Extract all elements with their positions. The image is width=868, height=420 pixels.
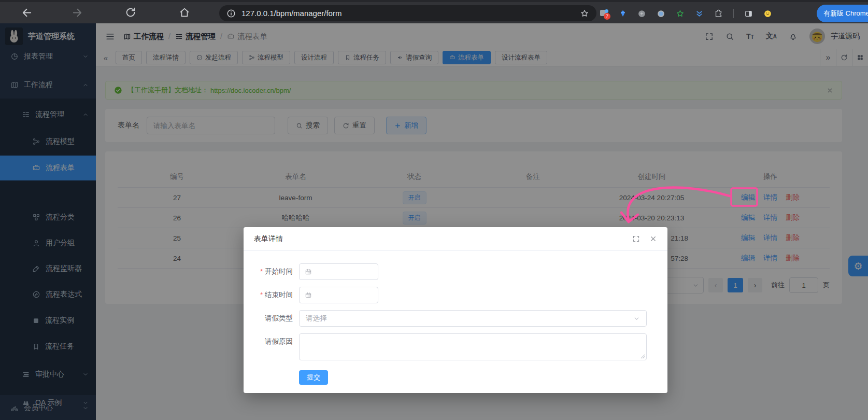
url-text: 127.0.0.1/bpm/manager/form xyxy=(241,9,341,18)
toolbar-separator xyxy=(733,9,734,18)
chevron-down-icon xyxy=(633,315,640,322)
calendar-icon xyxy=(305,291,312,299)
dialog-fullscreen-icon[interactable] xyxy=(632,235,640,243)
leave-type-select[interactable]: 请选择 xyxy=(299,310,647,327)
site-info-icon[interactable] xyxy=(226,9,236,18)
submit-button[interactable]: 提交 xyxy=(299,370,328,385)
start-time-label: 开始时间 xyxy=(244,263,293,280)
browser-toolbar: 127.0.0.1/bpm/manager/form 7 xyxy=(0,0,868,23)
leave-reason-textarea[interactable] xyxy=(299,333,647,360)
bookmark-star-icon[interactable] xyxy=(580,9,589,18)
form-detail-dialog: 表单详情 开始时间 结束时间 xyxy=(244,227,667,393)
extension-star-icon[interactable] xyxy=(676,9,685,18)
screen: 127.0.0.1/bpm/manager/form 7 xyxy=(0,0,868,420)
chrome-update-button[interactable]: 有新版 Chrome 可用 ⋮ xyxy=(817,5,868,22)
address-bar[interactable]: 127.0.0.1/bpm/manager/form xyxy=(219,5,596,21)
profile-emoji-icon[interactable] xyxy=(763,9,772,18)
dialog-body: 开始时间 结束时间 请假类型 请选择 请假原因 xyxy=(244,251,667,385)
dialog-title: 表单详情 xyxy=(254,234,283,244)
extension-circle1-icon[interactable] xyxy=(637,9,646,18)
leave-reason-label: 请假原因 xyxy=(244,333,293,350)
browser-back-button[interactable] xyxy=(21,7,33,19)
extension-badge-count: 7 xyxy=(604,13,610,20)
calendar-icon xyxy=(305,268,312,275)
extensions-area: 7 xyxy=(600,6,772,21)
resize-handle[interactable] xyxy=(641,354,645,359)
leave-type-label: 请假类型 xyxy=(244,310,293,327)
extensions-puzzle-icon[interactable] xyxy=(714,9,723,18)
end-time-label: 结束时间 xyxy=(244,287,293,303)
chrome-update-label: 有新版 Chrome 可用 xyxy=(823,9,868,18)
browser-reload-button[interactable] xyxy=(125,7,137,19)
extension-gem-icon[interactable] xyxy=(619,9,627,18)
dialog-header: 表单详情 xyxy=(244,227,667,251)
dialog-close-icon[interactable] xyxy=(649,235,657,243)
side-panel-icon[interactable] xyxy=(744,9,753,18)
leave-type-placeholder: 请选择 xyxy=(306,314,327,323)
extension-badge-icon[interactable]: 7 xyxy=(600,9,608,18)
browser-forward-button[interactable] xyxy=(72,7,84,19)
end-time-input[interactable] xyxy=(299,287,378,303)
start-time-input[interactable] xyxy=(299,263,378,280)
extension-chevrons-icon[interactable] xyxy=(695,9,704,18)
browser-home-button[interactable] xyxy=(179,7,191,19)
extension-circle2-icon[interactable] xyxy=(657,9,665,18)
